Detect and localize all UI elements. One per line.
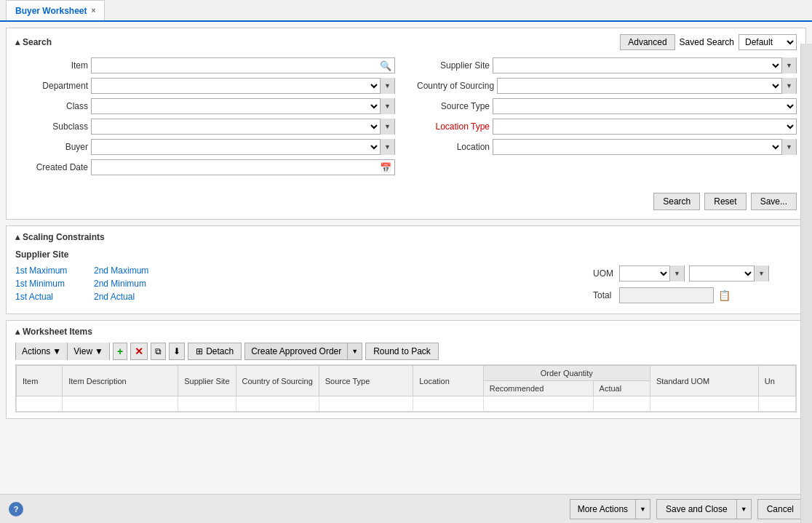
save-close-btn-group: Save and Close ▼ [656,499,752,519]
worksheet-table: Item Item Description Supplier Site Coun… [16,365,796,412]
buyer-worksheet-tab[interactable]: Buyer Worksheet × [6,0,105,20]
supplier-site-dropdown-icon[interactable]: ▼ [781,57,796,73]
buyer-label: Buyer [15,142,88,152]
uom-value-dropdown-icon[interactable]: ▼ [754,266,768,282]
save-button[interactable]: Save... [751,193,797,210]
scaling-section: ▴ Scaling Constraints Supplier Site 1st … [6,225,806,314]
cancel-button[interactable]: Cancel [757,499,803,519]
class-select[interactable] [92,99,380,113]
export-button[interactable]: ⬇ [169,343,185,360]
buyer-select[interactable] [92,140,380,154]
department-select[interactable] [92,79,380,93]
advanced-button[interactable]: Advanced [620,34,674,50]
col-country: Country of Sourcing [236,366,319,396]
subclass-label: Subclass [15,121,88,132]
created-date-wrapper: 📅 [91,159,395,175]
duplicate-button[interactable]: ⧉ [151,343,166,360]
scaling-1st-max: 1st Maximum [15,266,88,276]
create-order-dropdown-icon[interactable]: ▼ [348,343,362,359]
item-search-icon[interactable]: 🔍 [377,59,394,73]
view-dropdown-icon: ▼ [95,346,103,356]
total-input[interactable] [619,287,714,303]
col-source-type: Source Type [319,366,413,396]
help-icon[interactable]: ? [9,502,23,516]
uom-label: UOM [593,268,615,279]
uom-value-wrapper: ▼ [689,266,769,282]
uom-select-wrapper: ▼ [619,266,685,282]
department-dropdown-icon[interactable]: ▼ [380,78,394,94]
uom-value-select[interactable] [690,266,754,281]
col-supplier-site: Supplier Site [178,366,236,396]
scaling-2nd-actual: 2nd Actual [94,292,167,302]
class-dropdown-icon[interactable]: ▼ [380,98,394,114]
scaling-right-col: UOM ▼ ▼ Total 📋 [593,266,797,303]
calendar-icon[interactable]: 📅 [377,161,394,175]
location-type-select[interactable] [493,119,797,135]
saved-search-select[interactable]: Default [739,34,797,50]
item-label: Item [15,60,88,71]
view-button[interactable]: View ▼ [68,343,109,360]
subclass-dropdown-icon[interactable]: ▼ [380,119,394,135]
save-close-dropdown-icon[interactable]: ▼ [736,499,752,519]
actions-view-toolbar: Actions ▼ View ▼ [15,343,110,360]
worksheet-table-container: Item Item Description Supplier Site Coun… [15,364,797,412]
scaling-row-2: 1st Minimum 2nd Minimum [15,279,578,289]
location-select[interactable] [493,140,781,154]
calculator-icon[interactable]: 📋 [718,290,731,301]
delete-row-button[interactable]: ✕ [130,343,148,360]
more-actions-dropdown-icon[interactable]: ▼ [635,499,650,519]
create-approved-order-button[interactable]: Create Approved Order [245,343,347,359]
detach-icon: ⊞ [196,346,203,356]
country-sourcing-select[interactable] [498,79,781,93]
worksheet-collapse-icon[interactable]: ▴ [15,327,20,337]
search-collapse-icon[interactable]: ▴ [15,37,20,47]
source-type-select[interactable] [493,98,797,114]
col-recommended: Recommended [483,381,593,396]
col-order-qty: Order Quantity [483,366,650,381]
scaling-1st-actual: 1st Actual [15,292,88,302]
scrollbar[interactable] [800,44,812,523]
supplier-site-select[interactable] [493,58,781,73]
source-type-label: Source Type [417,101,490,111]
created-date-input[interactable] [92,161,377,174]
subclass-select[interactable] [92,119,380,134]
search-section-title: ▴ Search [15,37,52,47]
round-to-pack-button[interactable]: Round to Pack [365,343,439,360]
add-icon: + [117,346,123,357]
col-standard-uom: Standard UOM [650,366,758,396]
scaling-section-title: ▴ Scaling Constraints [15,232,105,242]
search-button[interactable]: Search [653,193,700,210]
supplier-site-label: Supplier Site [417,60,490,71]
more-actions-button[interactable]: More Actions [570,499,635,519]
department-select-wrapper: ▼ [91,78,395,94]
buyer-dropdown-icon[interactable]: ▼ [380,139,394,155]
scaling-2nd-max: 2nd Maximum [94,266,167,276]
actions-button[interactable]: Actions ▼ [16,343,68,360]
save-and-close-button[interactable]: Save and Close [656,499,736,519]
class-label: Class [15,101,88,111]
search-section: ▴ Search Advanced Saved Search Default I… [6,28,806,220]
scaling-2nd-min: 2nd Minimum [94,279,167,289]
total-label: Total [593,290,615,300]
col-un: Un [758,366,795,396]
item-input[interactable] [92,58,377,73]
uom-dropdown-icon[interactable]: ▼ [669,266,684,282]
add-row-button[interactable]: + [113,343,127,360]
scaling-collapse-icon[interactable]: ▴ [15,232,20,242]
country-sourcing-label: Country of Sourcing [417,81,494,91]
actions-dropdown-icon: ▼ [52,346,61,356]
scaling-row-3: 1st Actual 2nd Actual [15,292,578,302]
reset-button[interactable]: Reset [704,193,746,210]
uom-select[interactable] [620,266,669,281]
scaling-left-col: 1st Maximum 2nd Maximum 1st Minimum 2nd … [15,266,578,305]
country-sourcing-dropdown-icon[interactable]: ▼ [781,78,796,94]
create-order-btn-group: Create Approved Order ▼ [244,343,362,360]
country-sourcing-wrapper: ▼ [497,78,797,94]
delete-icon: ✕ [135,346,143,357]
more-actions-btn-group: More Actions ▼ [570,499,650,519]
col-actual: Actual [593,381,650,396]
detach-button[interactable]: ⊞ Detach [188,343,242,360]
location-dropdown-icon[interactable]: ▼ [781,139,796,155]
tab-close-icon[interactable]: × [91,7,95,15]
col-item: Item [17,366,63,396]
